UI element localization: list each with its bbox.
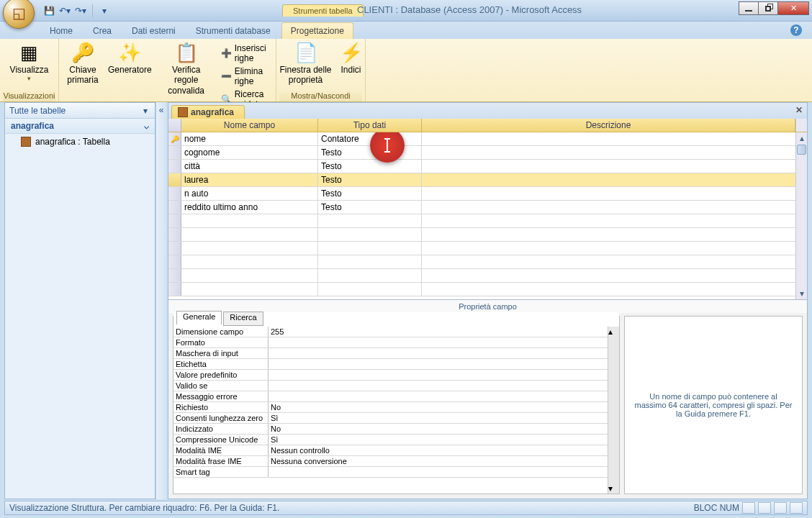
cell-description[interactable] [422, 187, 807, 200]
primary-key-button[interactable]: 🔑 Chiave primaria [62, 40, 104, 87]
view-pivotchart-button[interactable] [790, 502, 803, 514]
cell-field-name[interactable] [181, 214, 318, 227]
doc-close-button[interactable]: ✕ [795, 105, 803, 115]
property-row[interactable]: Modalità frase IMENessuna conversione [173, 456, 619, 467]
cell-field-name[interactable] [181, 242, 318, 255]
help-icon[interactable]: ? [790, 24, 802, 36]
indexes-button[interactable]: ⚡ Indici [337, 40, 366, 76]
cell-description[interactable] [422, 242, 807, 255]
table-row[interactable]: laurea Testo [168, 173, 807, 187]
delete-rows-button[interactable]: ➖Elimina righe [218, 65, 273, 88]
properties-grid[interactable]: Dimensione campo255FormatoMaschera di in… [173, 327, 619, 494]
minimize-button[interactable] [739, 1, 759, 15]
cell-description[interactable] [422, 146, 807, 159]
property-row[interactable]: Consenti lunghezza zeroSì [173, 413, 619, 424]
doc-tab-anagrafica[interactable]: anagrafica [171, 105, 245, 119]
redo-icon[interactable]: ↷▾ [73, 4, 88, 18]
cell-data-type[interactable] [318, 283, 422, 296]
row-selector[interactable] [168, 255, 181, 268]
cell-data-type[interactable]: Testo [318, 173, 422, 186]
cell-field-name[interactable]: laurea [181, 173, 318, 186]
builder-button[interactable]: ✨ Generatore [105, 40, 155, 76]
cell-data-type[interactable] [318, 269, 422, 282]
property-row[interactable]: Dimensione campo255 [173, 327, 619, 337]
prop-value[interactable] [269, 381, 619, 391]
table-row[interactable] [168, 255, 807, 269]
cell-field-name[interactable] [181, 255, 318, 268]
undo-icon[interactable]: ↶▾ [58, 4, 72, 18]
row-selector[interactable] [168, 187, 181, 200]
tab-dati-esterni[interactable]: Dati esterni [122, 22, 185, 39]
prop-value[interactable] [269, 337, 619, 347]
cell-field-name[interactable]: città [181, 160, 318, 173]
select-all-corner[interactable] [168, 119, 181, 132]
chevron-down-icon[interactable]: ▾ [140, 106, 150, 116]
office-button[interactable]: ◱ [3, 0, 35, 29]
property-row[interactable]: Compressione UnicodeSì [173, 435, 619, 445]
table-row[interactable] [168, 228, 807, 242]
cell-data-type[interactable] [318, 255, 422, 268]
table-row[interactable]: 🔑 nome Contatore [168, 132, 807, 146]
scroll-down-icon[interactable]: ▾ [608, 483, 619, 494]
scroll-thumb[interactable] [608, 337, 619, 351]
prop-value[interactable]: Nessuna conversione [269, 456, 619, 466]
prop-value[interactable] [269, 467, 619, 477]
property-row[interactable]: Maschera di input [173, 348, 619, 359]
tab-home[interactable]: Home [40, 22, 82, 39]
cell-field-name[interactable]: nome [181, 132, 318, 145]
qat-customize-icon[interactable]: ▾ [97, 4, 112, 18]
cell-data-type[interactable]: Testo [318, 201, 422, 214]
cell-description[interactable] [422, 132, 807, 145]
cell-data-type[interactable] [318, 214, 422, 227]
property-row[interactable]: Valido se [173, 381, 619, 391]
nav-collapse-button[interactable]: « [155, 102, 166, 499]
maximize-button[interactable] [758, 1, 778, 15]
property-row[interactable]: Modalità IMENessun controllo [173, 445, 619, 456]
cell-description[interactable] [422, 173, 807, 186]
col-header-desc[interactable]: Descrizione [422, 119, 795, 132]
tab-crea[interactable]: Crea [84, 22, 121, 39]
prop-value[interactable] [269, 391, 619, 401]
property-sheet-button[interactable]: 📄 Finestra delle proprietà [276, 40, 335, 87]
property-row[interactable]: RichiestoNo [173, 402, 619, 413]
prop-scrollbar[interactable]: ▴ ▾ [608, 327, 619, 494]
design-body[interactable]: 🔑 nome Contatore cognome Testo città Tes… [168, 132, 807, 299]
nav-header[interactable]: Tutte le tabelle ▾ [5, 103, 155, 119]
view-button[interactable]: ▦ Visualizza ▾ [7, 40, 52, 84]
vertical-scrollbar[interactable]: ▴ ▾ [795, 132, 807, 299]
test-rules-button[interactable]: 📋 Verifica regole convalida [156, 40, 217, 97]
row-selector[interactable] [168, 228, 181, 241]
prop-value[interactable]: Sì [269, 435, 619, 445]
row-selector[interactable] [168, 283, 181, 296]
cell-description[interactable] [422, 255, 807, 268]
row-selector[interactable] [168, 146, 181, 159]
prop-value[interactable] [269, 348, 619, 358]
cell-description[interactable] [422, 214, 807, 227]
row-selector[interactable] [168, 269, 181, 282]
cell-field-name[interactable]: cognome [181, 146, 318, 159]
row-selector[interactable]: 🔑 [168, 132, 181, 145]
table-row[interactable]: n auto Testo [168, 187, 807, 201]
table-row[interactable]: cognome Testo [168, 146, 807, 160]
view-pivottable-button[interactable] [774, 502, 787, 514]
row-selector[interactable] [168, 201, 181, 214]
prop-value[interactable]: 255 [269, 327, 619, 337]
cell-description[interactable] [422, 201, 807, 214]
row-selector[interactable] [168, 160, 181, 173]
cell-description[interactable] [422, 160, 807, 173]
cell-field-name[interactable]: n auto [181, 187, 318, 200]
tab-progettazione[interactable]: Progettazione [281, 22, 353, 39]
table-row[interactable] [168, 269, 807, 283]
property-row[interactable]: Messaggio errore [173, 391, 619, 402]
cell-data-type[interactable] [318, 228, 422, 241]
view-datasheet-button[interactable] [758, 502, 771, 514]
save-icon[interactable]: 💾 [42, 4, 56, 18]
col-header-name[interactable]: Nome campo [181, 119, 318, 132]
close-button[interactable]: ✕ [777, 1, 809, 15]
nav-item-anagrafica-tabella[interactable]: anagrafica : Tabella [5, 134, 155, 150]
prop-value[interactable] [269, 370, 619, 380]
view-design-button[interactable] [742, 502, 755, 514]
cell-description[interactable] [422, 269, 807, 282]
table-row[interactable]: reddito ultimo anno Testo [168, 201, 807, 214]
table-row[interactable] [168, 242, 807, 255]
